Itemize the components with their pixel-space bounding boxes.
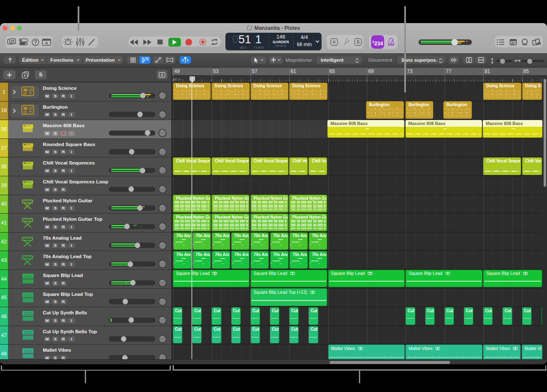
svg-text:S: S bbox=[356, 39, 359, 44]
